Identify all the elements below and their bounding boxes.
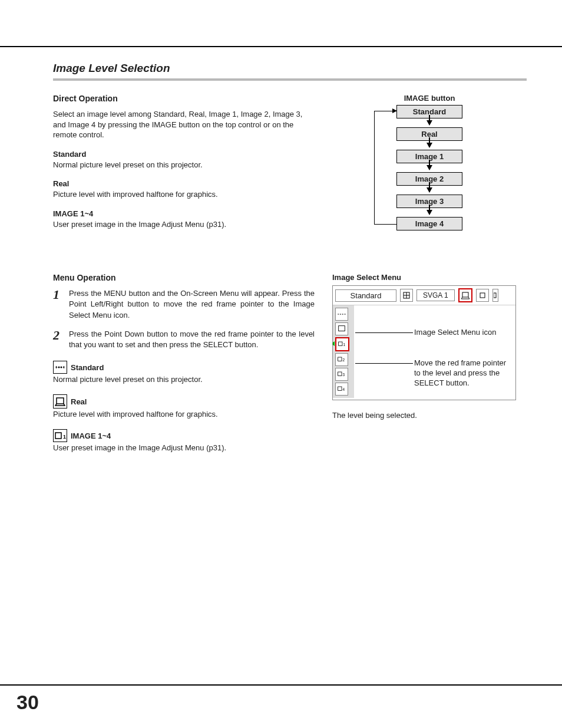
mock-status: Standard bbox=[335, 289, 396, 302]
icon-def-title: IMAGE 1~4 bbox=[71, 431, 111, 440]
side-real-icon bbox=[335, 322, 348, 335]
svg-rect-6 bbox=[462, 292, 468, 297]
svg-rect-14 bbox=[338, 357, 342, 361]
flow-loop-bottom bbox=[374, 224, 396, 225]
menu-heading: Menu Operation bbox=[53, 273, 315, 282]
mock-label: Image Select Menu bbox=[332, 273, 527, 282]
image-button-flowchart: IMAGE button Standard Real Image 1 Image… bbox=[332, 94, 527, 230]
section-underline bbox=[53, 78, 527, 81]
page-number: 30 bbox=[16, 691, 39, 714]
step-number-2: 2 bbox=[53, 329, 59, 350]
input-source-icon bbox=[400, 289, 413, 302]
footer-rule bbox=[0, 684, 562, 686]
down-arrow-icon bbox=[427, 143, 432, 148]
flow-loop-top-arrow bbox=[374, 111, 396, 111]
svg-text:1: 1 bbox=[63, 434, 66, 440]
svg-text:2: 2 bbox=[343, 358, 345, 362]
svg-point-1 bbox=[61, 367, 62, 368]
side-image1-icon: 1 bbox=[335, 337, 349, 351]
mock-caption: The level being selected. bbox=[332, 411, 527, 420]
svg-point-0 bbox=[58, 367, 60, 368]
svg-rect-2 bbox=[57, 398, 64, 404]
svg-text:3: 3 bbox=[343, 373, 345, 377]
down-arrow-icon bbox=[427, 120, 432, 126]
icon-def-body: User preset image in the Image Adjust Me… bbox=[53, 443, 315, 452]
icon-def-title: Real bbox=[71, 397, 87, 406]
callout-line bbox=[355, 363, 413, 364]
svg-rect-16 bbox=[338, 372, 342, 375]
def-title: Real bbox=[53, 179, 315, 188]
section-title: Image Level Selection bbox=[53, 62, 527, 75]
side-standard-icon bbox=[335, 308, 348, 321]
step-text: Press the MENU button and the On-Screen … bbox=[69, 288, 315, 321]
image-adjust-menu-icon bbox=[476, 289, 489, 302]
menu-overflow-icon bbox=[492, 289, 498, 302]
direct-intro: Select an image level among Standard, Re… bbox=[53, 109, 315, 140]
def-body: Picture level with improved halftone for… bbox=[53, 189, 315, 200]
callout-2: Move the red frame pointer to the level … bbox=[414, 358, 514, 388]
flow-loop-line bbox=[374, 111, 375, 225]
def-title: Standard bbox=[53, 150, 315, 159]
callout-line bbox=[355, 332, 413, 333]
side-image4-icon: 4 bbox=[335, 383, 348, 396]
svg-rect-11 bbox=[339, 326, 345, 331]
def-body: User preset image in the Image Adjust Me… bbox=[53, 219, 315, 230]
image-select-menu-mock: Standard SVGA 1 bbox=[332, 285, 516, 400]
direct-heading: Direct Operation bbox=[53, 94, 315, 103]
svg-text:1: 1 bbox=[343, 342, 346, 347]
real-icon bbox=[53, 394, 67, 409]
side-image2-icon: 2 bbox=[335, 353, 348, 366]
down-arrow-icon bbox=[427, 187, 432, 193]
standard-icon bbox=[53, 361, 67, 374]
def-title: IMAGE 1~4 bbox=[53, 209, 315, 218]
icon-def-body: Picture level with improved halftone for… bbox=[53, 410, 315, 419]
def-body: Normal picture level preset on this proj… bbox=[53, 160, 315, 170]
svg-rect-18 bbox=[338, 387, 342, 390]
svg-rect-8 bbox=[494, 293, 496, 298]
step-text: Press the Point Down button to move the … bbox=[69, 329, 315, 350]
icon-def-title: Standard bbox=[71, 363, 104, 372]
icon-def-body: Normal picture level preset on this proj… bbox=[53, 375, 315, 384]
down-arrow-icon bbox=[427, 165, 432, 170]
image-select-menu-icon bbox=[458, 288, 472, 302]
svg-rect-12 bbox=[339, 342, 342, 345]
step-number-1: 1 bbox=[53, 288, 59, 321]
flow-box: Image 4 bbox=[396, 217, 462, 230]
callout-1: Image Select Menu icon bbox=[414, 328, 496, 338]
svg-rect-7 bbox=[480, 293, 485, 298]
image-preset-icon: 1 bbox=[53, 429, 67, 442]
mock-system: SVGA 1 bbox=[416, 289, 455, 301]
side-image3-icon: 3 bbox=[335, 368, 348, 381]
top-rule bbox=[0, 46, 562, 47]
svg-text:4: 4 bbox=[343, 387, 345, 391]
flow-label: IMAGE button bbox=[404, 94, 455, 103]
down-arrow-icon bbox=[427, 210, 432, 215]
svg-rect-3 bbox=[55, 433, 61, 439]
svg-point-10 bbox=[342, 314, 343, 315]
svg-point-9 bbox=[340, 314, 341, 315]
